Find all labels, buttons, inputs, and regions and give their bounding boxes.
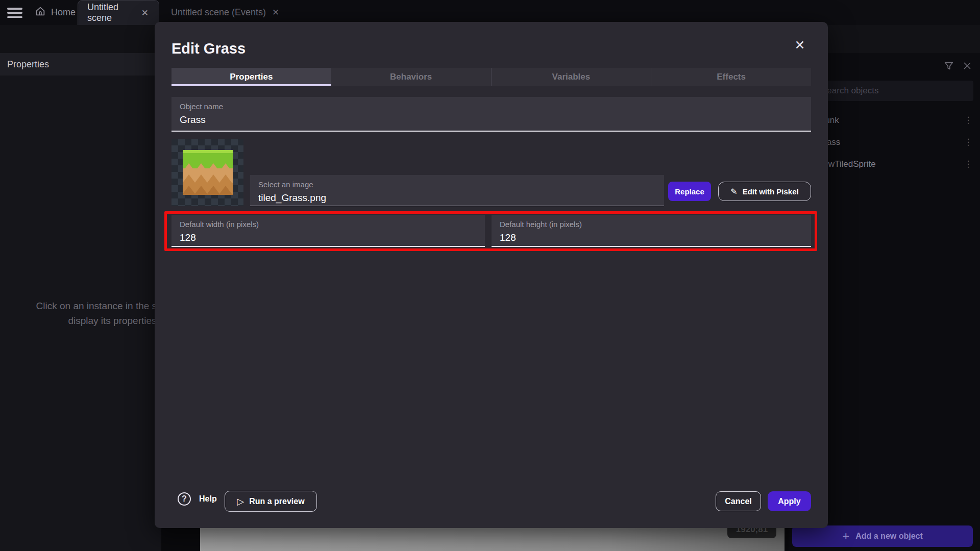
kebab-menu-icon[interactable]: ⋮	[964, 137, 973, 147]
help-icon[interactable]: ?	[178, 492, 191, 506]
add-new-object-button[interactable]: + Add a new object	[792, 525, 973, 547]
close-tab-icon[interactable]: ✕	[271, 7, 280, 18]
dialog-title: Edit Grass	[172, 40, 246, 57]
tab-behaviors[interactable]: Behaviors	[331, 68, 492, 86]
replace-image-button[interactable]: Replace	[668, 182, 711, 201]
pencil-icon: ✎	[730, 187, 737, 196]
default-height-field[interactable]: Default height (in pixels) 128	[492, 215, 811, 247]
tab-properties[interactable]: Properties	[172, 68, 331, 86]
top-tab-bar: Home Untitled scene ✕ Untitled scene (Ev…	[0, 0, 980, 25]
main-menu-icon[interactable]	[6, 7, 23, 19]
edit-with-piskel-button[interactable]: ✎ Edit with Piskel	[718, 182, 811, 201]
plus-icon: +	[842, 529, 849, 543]
help-group: ? Help	[178, 492, 217, 506]
default-height-value: 128	[500, 232, 803, 243]
close-panel-icon[interactable]	[962, 60, 973, 71]
close-dialog-icon[interactable]: ✕	[790, 35, 810, 55]
home-icon	[35, 6, 46, 19]
play-icon: ▷	[237, 496, 244, 507]
tab-untitled-scene-label: Untitled scene	[87, 2, 135, 23]
apply-button[interactable]: Apply	[768, 491, 811, 511]
object-name-field-value: Grass	[180, 114, 803, 126]
scene-canvas[interactable]	[200, 528, 785, 551]
cancel-button[interactable]: Cancel	[716, 491, 761, 511]
add-new-object-label: Add a new object	[855, 532, 923, 541]
filter-icon[interactable]	[943, 60, 954, 71]
sprite-thumbnail	[172, 139, 243, 206]
tab-untitled-scene[interactable]: Untitled scene ✕	[78, 0, 159, 25]
default-width-label: Default width (in pixels)	[180, 220, 477, 229]
properties-panel-title: Properties	[0, 53, 161, 76]
select-image-field-label: Select an image	[258, 180, 656, 189]
app-window: Home Untitled scene ✕ Untitled scene (Ev…	[0, 0, 980, 551]
default-width-value: 128	[180, 232, 477, 243]
grass-tile-image	[183, 150, 233, 195]
run-preview-button[interactable]: ▷ Run a preview	[225, 491, 317, 512]
tab-home-label: Home	[51, 7, 76, 18]
tab-untitled-scene-events[interactable]: Untitled scene (Events) ✕	[162, 0, 339, 25]
close-tab-icon[interactable]: ✕	[140, 8, 150, 18]
tab-untitled-scene-events-label: Untitled scene (Events)	[171, 7, 266, 18]
object-name-field-label: Object name	[180, 102, 803, 111]
kebab-menu-icon[interactable]: ⋮	[964, 159, 973, 169]
run-preview-label: Run a preview	[249, 497, 304, 506]
help-label[interactable]: Help	[199, 494, 217, 504]
kebab-menu-icon[interactable]: ⋮	[964, 115, 973, 126]
object-name-field[interactable]: Object name Grass	[172, 97, 811, 132]
edit-with-piskel-label: Edit with Piskel	[743, 187, 799, 196]
properties-panel: Properties Click on an instance in the s…	[0, 53, 161, 551]
select-image-field-value: tiled_Grass.png	[258, 192, 656, 204]
default-width-field[interactable]: Default width (in pixels) 128	[172, 215, 485, 247]
select-image-field[interactable]: Select an image tiled_Grass.png	[250, 175, 664, 206]
tab-variables[interactable]: Variables	[492, 68, 652, 86]
tab-effects[interactable]: Effects	[651, 68, 811, 86]
search-objects-placeholder: Search objects	[821, 86, 878, 96]
default-height-label: Default height (in pixels)	[500, 220, 803, 229]
edit-grass-dialog: Edit Grass ✕ Properties Behaviors Variab…	[155, 22, 828, 528]
dialog-tab-bar: Properties Behaviors Variables Effects	[172, 68, 811, 86]
